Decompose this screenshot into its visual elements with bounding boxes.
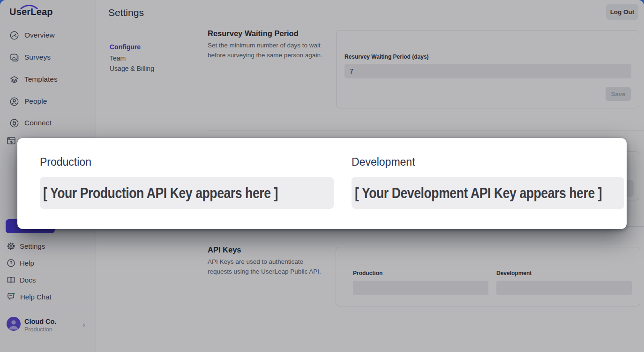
development-api-key-text: [ Your Development API Key appears here … [355,184,602,202]
dialog-development-title: Development [352,156,415,168]
api-keys-dialog: Production [ Your Production API Key app… [17,138,627,229]
development-api-key-box: [ Your Development API Key appears here … [352,177,624,209]
dialog-production-title: Production [40,156,91,168]
production-api-key-text: [ Your Production API Key appears here ] [43,184,278,202]
production-api-key-box: [ Your Production API Key appears here ] [40,177,334,209]
